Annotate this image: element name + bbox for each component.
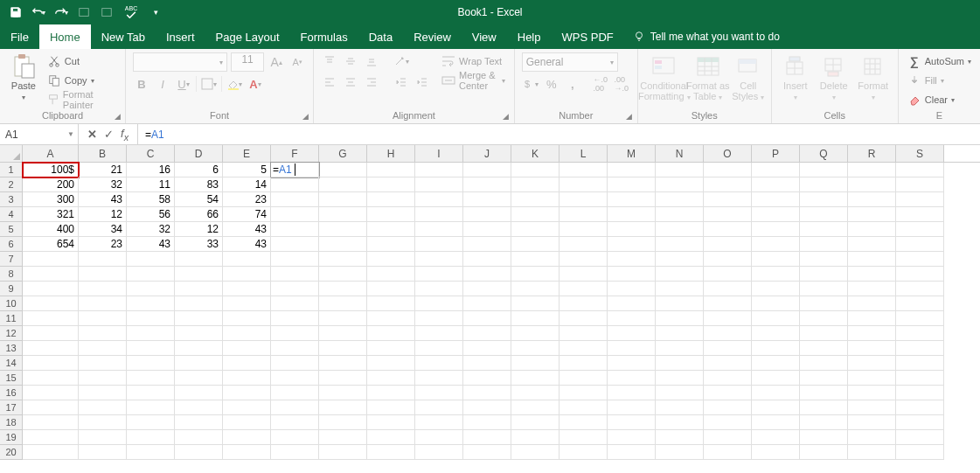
cell-G4[interactable] [319,207,367,222]
tab-insert[interactable]: Insert [156,24,205,49]
tab-wps-pdf[interactable]: WPS PDF [552,24,624,49]
cell-M11[interactable] [608,311,656,326]
cancel-formula-icon[interactable]: ✕ [87,128,97,141]
cell-D14[interactable] [175,356,223,371]
cell-O17[interactable] [704,400,752,415]
row-header-5[interactable]: 5 [0,222,23,237]
row-header-6[interactable]: 6 [0,237,23,252]
cell-I12[interactable] [415,326,463,341]
cell-I4[interactable] [415,207,463,222]
row-header-18[interactable]: 18 [0,415,23,430]
cell-C15[interactable] [127,371,175,386]
autosum-button[interactable]: ∑AutoSum ▾ [906,52,973,70]
cell-R2[interactable] [848,177,896,192]
number-dialog-launcher-icon[interactable]: ◢ [624,111,635,122]
cell-K5[interactable] [511,222,560,237]
cell-F12[interactable] [271,326,319,341]
cell-I7[interactable] [415,252,463,267]
cell-B17[interactable] [79,400,127,415]
cell-Q10[interactable] [800,296,848,311]
cell-R7[interactable] [848,252,896,267]
cell-N12[interactable] [656,326,704,341]
align-top-icon[interactable] [321,52,338,70]
fill-button[interactable]: Fill ▾ [906,72,973,89]
cell-M19[interactable] [608,430,656,445]
cell-N9[interactable] [656,282,704,296]
column-header-H[interactable]: H [367,145,415,162]
cell-D4[interactable]: 66 [175,207,223,222]
cell-I19[interactable] [415,430,463,445]
cell-R11[interactable] [848,311,896,326]
cell-M5[interactable] [608,222,656,237]
cell-C17[interactable] [127,400,175,415]
cell-H3[interactable] [367,192,415,207]
cell-J5[interactable] [463,222,511,237]
cell-G8[interactable] [319,267,367,282]
cell-M17[interactable] [608,400,656,415]
column-header-S[interactable]: S [896,145,944,162]
column-header-N[interactable]: N [656,145,704,162]
row-header-11[interactable]: 11 [0,311,23,326]
cell-I9[interactable] [415,282,463,296]
cell-A19[interactable] [23,430,79,445]
cell-N2[interactable] [656,177,704,192]
cell-E18[interactable] [223,415,271,430]
row-header-17[interactable]: 17 [0,400,23,415]
cell-M1[interactable] [608,163,656,177]
cell-R6[interactable] [848,237,896,252]
cell-M13[interactable] [608,341,656,356]
cell-S14[interactable] [896,356,944,371]
cell-H4[interactable] [367,207,415,222]
number-format-dropdown[interactable]: General▾ [522,52,618,72]
cell-Q4[interactable] [800,207,848,222]
cell-A17[interactable] [23,400,79,415]
cell-I5[interactable] [415,222,463,237]
cell-A4[interactable]: 321 [23,207,79,222]
cell-R17[interactable] [848,400,896,415]
cell-B11[interactable] [79,311,127,326]
cell-C9[interactable] [127,282,175,296]
cell-I20[interactable] [415,445,463,460]
cell-D15[interactable] [175,371,223,386]
cell-F13[interactable] [271,341,319,356]
cell-M7[interactable] [608,252,656,267]
cell-C19[interactable] [127,430,175,445]
cell-O7[interactable] [704,252,752,267]
column-header-F[interactable]: F [271,145,319,162]
cell-E4[interactable]: 74 [223,207,271,222]
cell-M20[interactable] [608,445,656,460]
column-header-P[interactable]: P [752,145,800,162]
cell-P2[interactable] [752,177,800,192]
cell-F2[interactable] [271,177,319,192]
font-dialog-launcher-icon[interactable]: ◢ [300,111,310,122]
cell-E14[interactable] [223,356,271,371]
cell-M8[interactable] [608,267,656,282]
row-header-1[interactable]: 1 [0,163,23,177]
cell-K6[interactable] [511,237,560,252]
cell-D10[interactable] [175,296,223,311]
cell-O19[interactable] [704,430,752,445]
cell-J9[interactable] [463,282,511,296]
cell-O4[interactable] [704,207,752,222]
cell-K18[interactable] [511,415,560,430]
cell-K11[interactable] [511,311,560,326]
cell-E1[interactable]: 5 [223,163,271,177]
cell-D5[interactable]: 12 [175,222,223,237]
cell-Q15[interactable] [800,371,848,386]
cell-L2[interactable] [560,177,608,192]
cell-E16[interactable] [223,386,271,400]
cell-A10[interactable] [23,296,79,311]
cell-O2[interactable] [704,177,752,192]
cell-F10[interactable] [271,296,319,311]
cell-P15[interactable] [752,371,800,386]
cell-O3[interactable] [704,192,752,207]
cell-G7[interactable] [319,252,367,267]
column-header-L[interactable]: L [560,145,608,162]
cell-N11[interactable] [656,311,704,326]
tell-me-search[interactable]: Tell me what you want to do [633,24,780,49]
cell-H18[interactable] [367,415,415,430]
cell-B1[interactable]: 21 [79,163,127,177]
tab-file[interactable]: File [0,24,39,49]
cell-D3[interactable]: 54 [175,192,223,207]
column-header-O[interactable]: O [704,145,752,162]
